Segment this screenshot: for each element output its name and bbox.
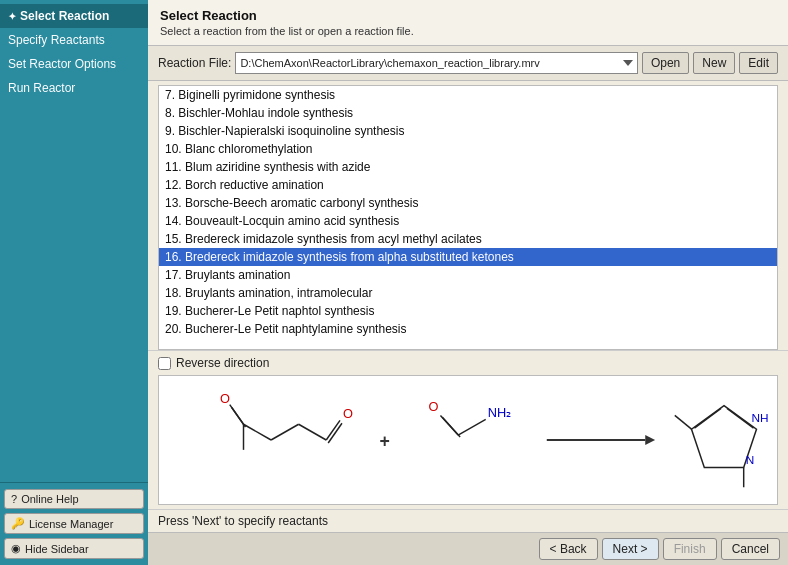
open-button[interactable]: Open [642,52,689,74]
reaction-file-label: Reaction File: [158,56,231,70]
arrow-icon: ✦ [8,11,16,22]
online-help-icon: ? [11,493,17,505]
main-description: Select a reaction from the list or open … [160,25,776,37]
svg-text:O: O [429,399,439,414]
reaction-list-item-14[interactable]: 14. Bouveault-Locquin amino acid synthes… [159,212,777,230]
reaction-list-item-11[interactable]: 11. Blum aziridine synthesis with azide [159,158,777,176]
reaction-file-select[interactable]: D:\ChemAxon\ReactorLibrary\chemaxon_reac… [235,52,638,74]
reaction-preview: O O + O [158,375,778,505]
online-help-button[interactable]: ?Online Help [4,489,144,509]
svg-text:O: O [220,391,230,406]
reaction-list-item-20[interactable]: 20. Bucherer-Le Petit naphtylamine synth… [159,320,777,338]
finish-button: Finish [663,538,717,560]
reaction-list-item-18[interactable]: 18. Bruylants amination, intramolecular [159,284,777,302]
license-manager-icon: 🔑 [11,517,25,530]
hide-sidebar-label: Hide Sidebar [25,543,89,555]
svg-text:N: N [746,453,755,467]
svg-text:+: + [379,431,389,451]
license-manager-button[interactable]: 🔑License Manager [4,513,144,534]
online-help-label: Online Help [21,493,78,505]
sidebar-item-run-reactor[interactable]: Run Reactor [0,76,148,100]
reverse-direction-row: Reverse direction [148,350,788,375]
svg-line-12 [442,417,460,437]
svg-line-5 [244,424,272,440]
main-title: Select Reaction [160,8,776,23]
svg-text:NH: NH [752,411,769,425]
status-text: Press 'Next' to specify reactants [158,514,328,528]
reaction-list[interactable]: 7. Biginelli pyrimidone synthesis8. Bisc… [158,85,778,350]
footer: < BackNext >FinishCancel [148,532,788,565]
license-manager-label: License Manager [29,518,113,530]
sidebar-item-specify-reactants[interactable]: Specify Reactants [0,28,148,52]
svg-line-14 [458,419,486,435]
back-button[interactable]: < Back [539,538,598,560]
svg-marker-17 [645,435,655,445]
reaction-list-item-12[interactable]: 12. Borch reductive amination [159,176,777,194]
edit-button[interactable]: Edit [739,52,778,74]
svg-line-22 [694,408,721,428]
svg-line-23 [675,415,692,429]
reaction-list-item-16[interactable]: 16. Bredereck imidazole synthesis from a… [159,248,777,266]
sidebar-item-select-reaction[interactable]: ✦Select Reaction [0,4,148,28]
reaction-svg: O O + O [159,376,777,504]
sidebar-item-label: Select Reaction [20,9,109,23]
reverse-direction-checkbox[interactable] [158,357,171,370]
svg-line-0 [271,424,299,440]
sidebar-item-set-reactor-options[interactable]: Set Reactor Options [0,52,148,76]
hide-sidebar-button[interactable]: ◉Hide Sidebar [4,538,144,559]
main-header: Select Reaction Select a reaction from t… [148,0,788,46]
reaction-file-row: Reaction File: D:\ChemAxon\ReactorLibrar… [148,46,788,81]
next-button[interactable]: Next > [602,538,659,560]
sidebar-item-label: Set Reactor Options [8,57,116,71]
sidebar-bottom: ?Online Help🔑License Manager◉Hide Sideba… [0,482,148,565]
svg-line-21 [727,408,754,428]
svg-line-1 [299,424,327,440]
cancel-button[interactable]: Cancel [721,538,780,560]
new-button[interactable]: New [693,52,735,74]
reaction-list-item-8[interactable]: 8. Bischler-Mohlau indole synthesis [159,104,777,122]
hide-sidebar-icon: ◉ [11,542,21,555]
svg-text:O: O [343,406,353,421]
main-content: Select Reaction Select a reaction from t… [148,0,788,565]
reaction-list-item-17[interactable]: 17. Bruylants amination [159,266,777,284]
sidebar-nav: ✦Select ReactionSpecify ReactantsSet Rea… [0,0,148,482]
reaction-list-item-13[interactable]: 13. Borsche-Beech aromatic carbonyl synt… [159,194,777,212]
sidebar: ✦Select ReactionSpecify ReactantsSet Rea… [0,0,148,565]
sidebar-item-label: Run Reactor [8,81,75,95]
reaction-list-item-19[interactable]: 19. Bucherer-Le Petit naphtol synthesis [159,302,777,320]
reaction-list-item-7[interactable]: 7. Biginelli pyrimidone synthesis [159,86,777,104]
reaction-list-item-10[interactable]: 10. Blanc chloromethylation [159,140,777,158]
sidebar-item-label: Specify Reactants [8,33,105,47]
reaction-list-item-9[interactable]: 9. Bischler-Napieralski isoquinoline syn… [159,122,777,140]
reverse-direction-label[interactable]: Reverse direction [176,356,269,370]
reaction-list-item-15[interactable]: 15. Bredereck imidazole synthesis from a… [159,230,777,248]
svg-text:NH₂: NH₂ [488,405,511,420]
status-bar: Press 'Next' to specify reactants [148,509,788,532]
